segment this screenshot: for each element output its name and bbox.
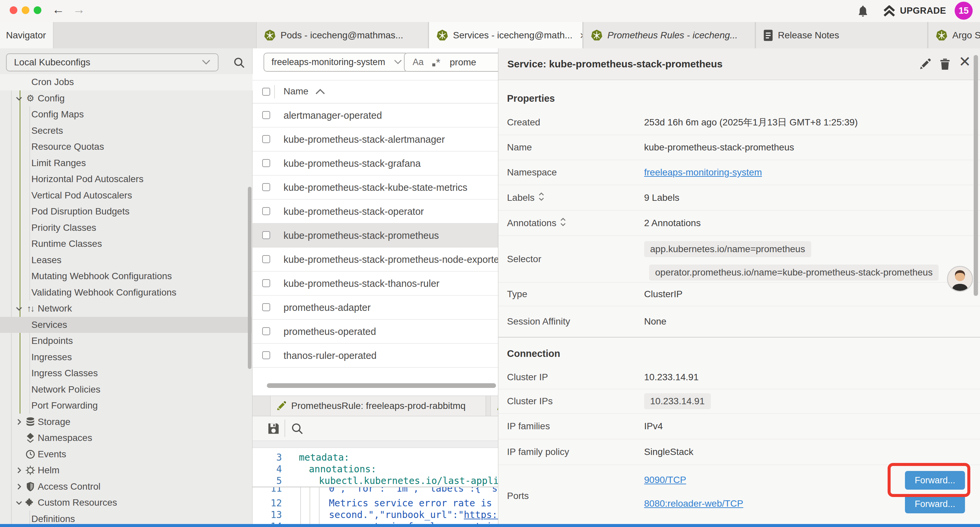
kubernetes-icon bbox=[935, 29, 948, 41]
save-icon[interactable] bbox=[267, 422, 280, 436]
code-link[interactable]: https://neto bbox=[464, 509, 498, 520]
upgrade-double-chevron-icon[interactable] bbox=[883, 5, 896, 19]
tab-argo-se[interactable]: Argo Se bbox=[928, 22, 980, 48]
sidebar-item-port-forwarding[interactable]: Port Forwarding bbox=[0, 398, 253, 414]
detail-row-label: Cluster IPs bbox=[507, 396, 553, 407]
row-checkbox[interactable] bbox=[262, 231, 270, 239]
sidebar-item-helm[interactable]: Helm bbox=[0, 462, 253, 479]
sidebar-item-leases[interactable]: Leases bbox=[0, 252, 253, 269]
sidebar-item-pod-disruption-budgets[interactable]: Pod Disruption Budgets bbox=[0, 204, 253, 220]
row-checkbox[interactable] bbox=[262, 111, 270, 119]
row-checkbox[interactable] bbox=[262, 303, 270, 311]
search-query-text: prome bbox=[450, 57, 476, 68]
navigator-panel-tab[interactable]: Navigator bbox=[0, 22, 53, 48]
sidebar-item-endpoints[interactable]: Endpoints bbox=[0, 333, 253, 349]
avatar[interactable] bbox=[947, 266, 973, 292]
detail-row-label-text: IP family policy bbox=[507, 447, 569, 457]
name-column-header[interactable]: Name bbox=[283, 86, 309, 97]
back-arrow-icon[interactable]: ← bbox=[52, 3, 64, 17]
edit-pencil-icon[interactable] bbox=[918, 57, 932, 72]
row-checkbox[interactable] bbox=[262, 135, 270, 143]
zoom-window-button[interactable] bbox=[34, 6, 41, 14]
port-link[interactable]: 8080:reloader-web/TCP bbox=[644, 498, 743, 509]
detail-row-label-text: Type bbox=[507, 289, 527, 299]
chevron-down-icon bbox=[202, 59, 210, 66]
chevron-down-icon[interactable] bbox=[15, 94, 23, 103]
editor-search-icon[interactable] bbox=[291, 423, 303, 436]
sidebar-item-priority-classes[interactable]: Priority Classes bbox=[0, 220, 253, 236]
regex-toggle[interactable]: * bbox=[432, 57, 440, 68]
sidebar-item-custom-resources[interactable]: Custom Resources bbox=[0, 495, 253, 511]
sidebar-item-label: Storage bbox=[38, 417, 70, 427]
sidebar-item-validating-webhook-configurations[interactable]: Validating Webhook Configurations bbox=[0, 285, 253, 301]
sort-ascending-icon[interactable] bbox=[315, 88, 325, 96]
sidebar-item-resource-quotas[interactable]: Resource Quotas bbox=[0, 139, 253, 155]
sort-icon[interactable] bbox=[538, 191, 545, 204]
tab-release-notes[interactable]: Release Notes bbox=[756, 22, 928, 48]
sidebar-item-config[interactable]: ⚙Config bbox=[0, 91, 253, 107]
close-window-button[interactable] bbox=[10, 6, 18, 14]
delete-trash-icon[interactable] bbox=[938, 57, 952, 72]
close-icon[interactable]: × bbox=[580, 30, 583, 41]
sidebar-search-icon[interactable] bbox=[234, 57, 245, 70]
tab-label: Services - icecheng@math... bbox=[453, 30, 573, 41]
forward-button[interactable]: Forward... bbox=[905, 495, 965, 513]
sidebar-item-cron-jobs[interactable]: Cron Jobs bbox=[0, 74, 253, 91]
tab-prometheus-rules-icecheng[interactable]: Prometheus Rules - icecheng... bbox=[583, 22, 755, 48]
chevron-down-icon[interactable] bbox=[15, 304, 23, 313]
sidebar-item-secrets[interactable]: Secrets bbox=[0, 123, 253, 139]
tab-pods-icecheng-mathmas[interactable]: Pods - icecheng@mathmas... bbox=[256, 22, 428, 48]
kubeconfig-selector[interactable]: Local Kubeconfigs bbox=[6, 53, 218, 72]
list-search-input[interactable]: Aa * prome bbox=[404, 53, 511, 72]
sidebar-item-services[interactable]: Services bbox=[0, 317, 253, 333]
sidebar-item-events[interactable]: Events bbox=[0, 446, 253, 463]
namespace-selector-value: freeleaps-monitoring-system bbox=[272, 57, 385, 67]
profile-badge[interactable]: 15 bbox=[955, 2, 973, 20]
helm-icon bbox=[25, 465, 36, 475]
minimize-window-button[interactable] bbox=[22, 6, 29, 14]
chevron-right-icon[interactable] bbox=[15, 417, 23, 426]
sidebar-item-access-control[interactable]: Access Control bbox=[0, 479, 253, 495]
tab-services-icecheng-math[interactable]: Services - icecheng@math...× bbox=[429, 22, 583, 48]
select-all-checkbox[interactable] bbox=[262, 88, 270, 96]
close-icon[interactable]: ✕ bbox=[959, 54, 971, 69]
sidebar-item-storage[interactable]: Storage bbox=[0, 414, 253, 430]
sidebar-item-network-policies[interactable]: Network Policies bbox=[0, 382, 253, 398]
sidebar-item-runtime-classes[interactable]: Runtime Classes bbox=[0, 236, 253, 252]
sidebar-item-vertical-pod-autoscalers[interactable]: Vertical Pod Autoscalers bbox=[0, 188, 253, 204]
upgrade-label[interactable]: UPGRADE bbox=[900, 6, 946, 16]
row-checkbox[interactable] bbox=[262, 327, 270, 335]
row-checkbox[interactable] bbox=[262, 255, 270, 263]
sidebar-item-horizontal-pod-autoscalers[interactable]: Horizontal Pod Autoscalers bbox=[0, 171, 253, 188]
sidebar-item-limit-ranges[interactable]: Limit Ranges bbox=[0, 155, 253, 172]
chevron-right-icon[interactable] bbox=[15, 482, 23, 491]
line-number: 3 bbox=[253, 452, 282, 463]
sidebar-item-namespaces[interactable]: Namespaces bbox=[0, 430, 253, 446]
sidebar-item-network[interactable]: ↑↓Network bbox=[0, 301, 253, 317]
yaml-editor[interactable]: 3metadata:4annotations:5kubectl.kubernet… bbox=[253, 448, 498, 524]
sort-icon[interactable] bbox=[560, 217, 566, 229]
row-checkbox[interactable] bbox=[262, 159, 270, 167]
sidebar-item-label: Resource Quotas bbox=[31, 142, 104, 152]
row-checkbox[interactable] bbox=[262, 183, 270, 191]
port-link[interactable]: 9090/TCP bbox=[644, 474, 686, 485]
horizontal-scrollbar[interactable] bbox=[267, 383, 496, 388]
notifications-bell-icon[interactable] bbox=[857, 5, 869, 19]
match-case-toggle[interactable]: Aa bbox=[413, 57, 424, 67]
sidebar-item-ingresses[interactable]: Ingresses bbox=[0, 349, 253, 366]
chevron-down-icon[interactable] bbox=[15, 498, 23, 507]
line-number: 4 bbox=[253, 463, 282, 474]
sidebar-item-mutating-webhook-configurations[interactable]: Mutating Webhook Configurations bbox=[0, 268, 253, 285]
row-checkbox[interactable] bbox=[262, 207, 270, 215]
sidebar-scrollbar[interactable] bbox=[248, 187, 251, 369]
row-checkbox[interactable] bbox=[262, 279, 270, 287]
sidebar-item-config-maps[interactable]: Config Maps bbox=[0, 107, 253, 123]
detail-scrollbar[interactable] bbox=[974, 55, 978, 296]
row-checkbox[interactable] bbox=[262, 351, 270, 359]
sidebar-item-ingress-classes[interactable]: Ingress Classes bbox=[0, 365, 253, 382]
namespace-selector[interactable]: freeleaps-monitoring-system bbox=[264, 53, 409, 72]
chevron-right-icon[interactable] bbox=[15, 466, 23, 474]
namespace-link[interactable]: freeleaps-monitoring-system bbox=[644, 167, 762, 178]
editor-tab-prometheusrule[interactable]: PrometheusRule: freeleaps-prod-rabbitmq bbox=[270, 396, 486, 416]
forward-arrow-icon[interactable]: → bbox=[73, 3, 85, 17]
